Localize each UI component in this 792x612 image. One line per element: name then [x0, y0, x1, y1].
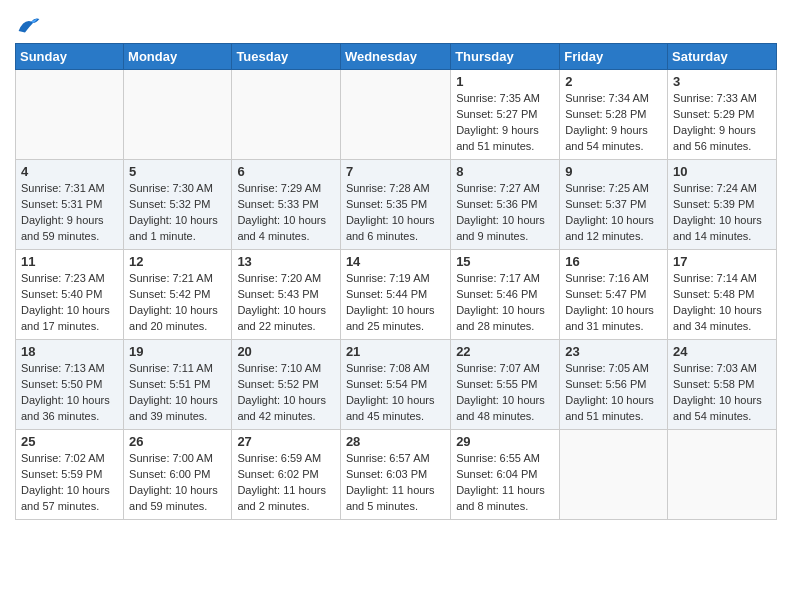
day-number: 11 [21, 254, 118, 269]
day-info: Sunrise: 7:05 AM Sunset: 5:56 PM Dayligh… [565, 361, 662, 425]
day-number: 12 [129, 254, 226, 269]
day-info: Sunrise: 7:34 AM Sunset: 5:28 PM Dayligh… [565, 91, 662, 155]
day-info: Sunrise: 7:23 AM Sunset: 5:40 PM Dayligh… [21, 271, 118, 335]
day-info: Sunrise: 7:00 AM Sunset: 6:00 PM Dayligh… [129, 451, 226, 515]
day-info: Sunrise: 6:59 AM Sunset: 6:02 PM Dayligh… [237, 451, 335, 515]
day-number: 28 [346, 434, 445, 449]
col-header-wednesday: Wednesday [340, 44, 450, 70]
calendar-cell: 28Sunrise: 6:57 AM Sunset: 6:03 PM Dayli… [340, 430, 450, 520]
col-header-sunday: Sunday [16, 44, 124, 70]
calendar-header-row: SundayMondayTuesdayWednesdayThursdayFrid… [16, 44, 777, 70]
calendar-cell [232, 70, 341, 160]
day-info: Sunrise: 7:28 AM Sunset: 5:35 PM Dayligh… [346, 181, 445, 245]
calendar-cell: 4Sunrise: 7:31 AM Sunset: 5:31 PM Daylig… [16, 160, 124, 250]
day-number: 13 [237, 254, 335, 269]
day-number: 2 [565, 74, 662, 89]
calendar-cell: 27Sunrise: 6:59 AM Sunset: 6:02 PM Dayli… [232, 430, 341, 520]
day-info: Sunrise: 7:27 AM Sunset: 5:36 PM Dayligh… [456, 181, 554, 245]
day-info: Sunrise: 7:21 AM Sunset: 5:42 PM Dayligh… [129, 271, 226, 335]
day-info: Sunrise: 7:33 AM Sunset: 5:29 PM Dayligh… [673, 91, 771, 155]
day-number: 5 [129, 164, 226, 179]
day-number: 1 [456, 74, 554, 89]
day-info: Sunrise: 6:57 AM Sunset: 6:03 PM Dayligh… [346, 451, 445, 515]
calendar-cell: 10Sunrise: 7:24 AM Sunset: 5:39 PM Dayli… [668, 160, 777, 250]
day-info: Sunrise: 7:31 AM Sunset: 5:31 PM Dayligh… [21, 181, 118, 245]
day-info: Sunrise: 7:35 AM Sunset: 5:27 PM Dayligh… [456, 91, 554, 155]
calendar-cell: 16Sunrise: 7:16 AM Sunset: 5:47 PM Dayli… [560, 250, 668, 340]
calendar-cell: 25Sunrise: 7:02 AM Sunset: 5:59 PM Dayli… [16, 430, 124, 520]
calendar-week-row: 18Sunrise: 7:13 AM Sunset: 5:50 PM Dayli… [16, 340, 777, 430]
day-number: 17 [673, 254, 771, 269]
day-number: 19 [129, 344, 226, 359]
calendar-cell: 19Sunrise: 7:11 AM Sunset: 5:51 PM Dayli… [124, 340, 232, 430]
col-header-saturday: Saturday [668, 44, 777, 70]
calendar-table: SundayMondayTuesdayWednesdayThursdayFrid… [15, 43, 777, 520]
day-info: Sunrise: 7:03 AM Sunset: 5:58 PM Dayligh… [673, 361, 771, 425]
calendar-cell: 17Sunrise: 7:14 AM Sunset: 5:48 PM Dayli… [668, 250, 777, 340]
calendar-week-row: 11Sunrise: 7:23 AM Sunset: 5:40 PM Dayli… [16, 250, 777, 340]
day-number: 10 [673, 164, 771, 179]
day-info: Sunrise: 7:20 AM Sunset: 5:43 PM Dayligh… [237, 271, 335, 335]
day-info: Sunrise: 7:07 AM Sunset: 5:55 PM Dayligh… [456, 361, 554, 425]
day-number: 9 [565, 164, 662, 179]
day-number: 16 [565, 254, 662, 269]
calendar-cell: 18Sunrise: 7:13 AM Sunset: 5:50 PM Dayli… [16, 340, 124, 430]
day-info: Sunrise: 7:30 AM Sunset: 5:32 PM Dayligh… [129, 181, 226, 245]
calendar-cell: 5Sunrise: 7:30 AM Sunset: 5:32 PM Daylig… [124, 160, 232, 250]
calendar-cell: 20Sunrise: 7:10 AM Sunset: 5:52 PM Dayli… [232, 340, 341, 430]
day-number: 6 [237, 164, 335, 179]
calendar-cell: 12Sunrise: 7:21 AM Sunset: 5:42 PM Dayli… [124, 250, 232, 340]
day-info: Sunrise: 7:29 AM Sunset: 5:33 PM Dayligh… [237, 181, 335, 245]
col-header-monday: Monday [124, 44, 232, 70]
day-number: 4 [21, 164, 118, 179]
day-info: Sunrise: 7:16 AM Sunset: 5:47 PM Dayligh… [565, 271, 662, 335]
calendar-cell: 23Sunrise: 7:05 AM Sunset: 5:56 PM Dayli… [560, 340, 668, 430]
col-header-thursday: Thursday [451, 44, 560, 70]
day-number: 8 [456, 164, 554, 179]
calendar-cell: 3Sunrise: 7:33 AM Sunset: 5:29 PM Daylig… [668, 70, 777, 160]
day-number: 29 [456, 434, 554, 449]
day-info: Sunrise: 7:10 AM Sunset: 5:52 PM Dayligh… [237, 361, 335, 425]
calendar-cell: 15Sunrise: 7:17 AM Sunset: 5:46 PM Dayli… [451, 250, 560, 340]
day-info: Sunrise: 7:08 AM Sunset: 5:54 PM Dayligh… [346, 361, 445, 425]
day-number: 3 [673, 74, 771, 89]
calendar-cell: 21Sunrise: 7:08 AM Sunset: 5:54 PM Dayli… [340, 340, 450, 430]
day-number: 27 [237, 434, 335, 449]
calendar-cell: 14Sunrise: 7:19 AM Sunset: 5:44 PM Dayli… [340, 250, 450, 340]
calendar-week-row: 25Sunrise: 7:02 AM Sunset: 5:59 PM Dayli… [16, 430, 777, 520]
calendar-cell [668, 430, 777, 520]
calendar-cell: 8Sunrise: 7:27 AM Sunset: 5:36 PM Daylig… [451, 160, 560, 250]
calendar-cell: 7Sunrise: 7:28 AM Sunset: 5:35 PM Daylig… [340, 160, 450, 250]
calendar-cell: 2Sunrise: 7:34 AM Sunset: 5:28 PM Daylig… [560, 70, 668, 160]
calendar-cell: 11Sunrise: 7:23 AM Sunset: 5:40 PM Dayli… [16, 250, 124, 340]
calendar-cell: 24Sunrise: 7:03 AM Sunset: 5:58 PM Dayli… [668, 340, 777, 430]
calendar-week-row: 4Sunrise: 7:31 AM Sunset: 5:31 PM Daylig… [16, 160, 777, 250]
day-info: Sunrise: 7:25 AM Sunset: 5:37 PM Dayligh… [565, 181, 662, 245]
day-number: 14 [346, 254, 445, 269]
day-info: Sunrise: 6:55 AM Sunset: 6:04 PM Dayligh… [456, 451, 554, 515]
col-header-friday: Friday [560, 44, 668, 70]
day-info: Sunrise: 7:24 AM Sunset: 5:39 PM Dayligh… [673, 181, 771, 245]
day-number: 15 [456, 254, 554, 269]
day-info: Sunrise: 7:14 AM Sunset: 5:48 PM Dayligh… [673, 271, 771, 335]
calendar-cell: 22Sunrise: 7:07 AM Sunset: 5:55 PM Dayli… [451, 340, 560, 430]
calendar-week-row: 1Sunrise: 7:35 AM Sunset: 5:27 PM Daylig… [16, 70, 777, 160]
calendar-cell: 6Sunrise: 7:29 AM Sunset: 5:33 PM Daylig… [232, 160, 341, 250]
day-number: 25 [21, 434, 118, 449]
day-info: Sunrise: 7:19 AM Sunset: 5:44 PM Dayligh… [346, 271, 445, 335]
calendar-cell [124, 70, 232, 160]
day-number: 21 [346, 344, 445, 359]
calendar-cell: 1Sunrise: 7:35 AM Sunset: 5:27 PM Daylig… [451, 70, 560, 160]
day-number: 20 [237, 344, 335, 359]
day-info: Sunrise: 7:11 AM Sunset: 5:51 PM Dayligh… [129, 361, 226, 425]
header [15, 10, 777, 35]
calendar-cell [16, 70, 124, 160]
day-number: 26 [129, 434, 226, 449]
logo-bird-icon [17, 15, 41, 35]
day-number: 18 [21, 344, 118, 359]
calendar-cell [340, 70, 450, 160]
calendar-cell: 29Sunrise: 6:55 AM Sunset: 6:04 PM Dayli… [451, 430, 560, 520]
day-number: 7 [346, 164, 445, 179]
day-number: 23 [565, 344, 662, 359]
col-header-tuesday: Tuesday [232, 44, 341, 70]
